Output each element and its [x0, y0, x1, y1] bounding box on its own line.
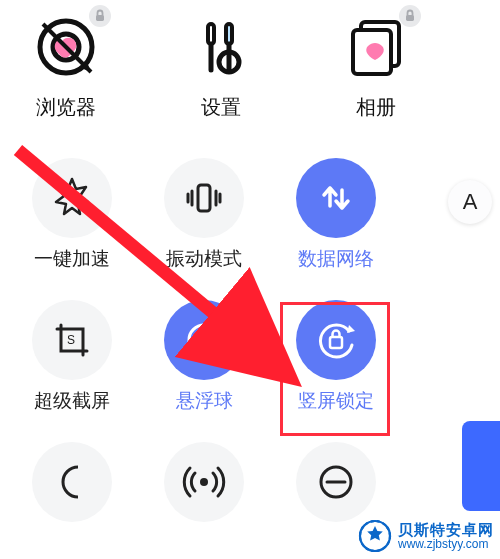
toggle-label-screenshot: 超级截屏	[34, 388, 110, 414]
toggle-hotspot[interactable]	[138, 442, 270, 522]
watermark-url: www.zjbstyy.com	[398, 538, 494, 551]
svg-text:S: S	[67, 333, 75, 347]
app-browser[interactable]: 浏览器	[6, 10, 126, 121]
dnd-icon	[296, 442, 376, 522]
app-settings[interactable]: 设置	[161, 10, 281, 121]
svg-rect-5	[96, 15, 104, 21]
app-label-browser: 浏览器	[36, 94, 96, 121]
lock-icon	[398, 4, 422, 28]
toggle-label-data: 数据网络	[298, 246, 374, 272]
app-gallery[interactable]: 相册	[316, 10, 436, 121]
vibrate-icon	[164, 158, 244, 238]
svg-point-22	[200, 478, 208, 486]
moon-icon	[32, 442, 112, 522]
svg-rect-8	[226, 24, 232, 44]
app-label-gallery: 相册	[356, 94, 396, 121]
highlight-box	[280, 302, 390, 436]
hotspot-icon	[164, 442, 244, 522]
boost-icon	[32, 158, 112, 238]
svg-point-19	[201, 337, 207, 343]
toggle-label-vibrate: 振动模式	[166, 246, 242, 272]
side-tab[interactable]	[462, 421, 500, 511]
svg-rect-6	[208, 24, 214, 44]
watermark-logo-icon	[358, 519, 392, 553]
lock-icon	[88, 4, 112, 28]
svg-rect-15	[198, 185, 210, 211]
float-icon	[164, 300, 244, 380]
font-size-button[interactable]: A	[448, 180, 492, 224]
toggle-label-float: 悬浮球	[176, 388, 233, 414]
toggle-vibrate[interactable]: 振动模式	[138, 158, 270, 272]
toggle-boost[interactable]: 一键加速	[6, 158, 138, 272]
toggle-data[interactable]: 数据网络	[270, 158, 402, 272]
toggle-dnd[interactable]	[270, 442, 402, 522]
watermark: 贝斯特安卓网 www.zjbstyy.com	[358, 519, 494, 553]
toggle-label-boost: 一键加速	[34, 246, 110, 272]
svg-rect-14	[406, 15, 414, 21]
watermark-title: 贝斯特安卓网	[398, 522, 494, 538]
screenshot-icon: S	[32, 300, 112, 380]
toggle-float[interactable]: 悬浮球	[138, 300, 270, 414]
settings-icon	[184, 10, 258, 84]
data-icon	[296, 158, 376, 238]
toggle-screenshot[interactable]: S 超级截屏	[6, 300, 138, 414]
app-label-settings: 设置	[201, 94, 241, 121]
toggle-night[interactable]	[6, 442, 138, 522]
